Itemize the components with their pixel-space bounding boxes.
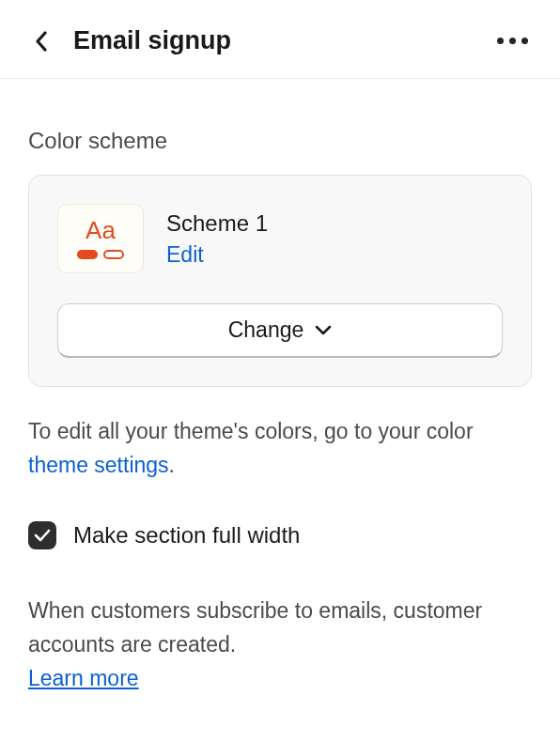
full-width-checkbox-row: Make section full width (28, 521, 532, 549)
scheme-info: Scheme 1 Edit (166, 210, 268, 268)
scheme-preview-swatch: Aa (57, 204, 144, 273)
scheme-row: Aa Scheme 1 Edit (57, 204, 503, 273)
change-scheme-button[interactable]: Change (57, 303, 503, 358)
page-title: Email signup (73, 26, 231, 55)
pill-outline-icon (103, 250, 124, 259)
edit-scheme-link[interactable]: Edit (166, 242, 268, 268)
scheme-name: Scheme 1 (166, 210, 268, 237)
color-scheme-label: Color scheme (28, 128, 532, 154)
help-suffix: . (169, 453, 175, 477)
learn-more-link[interactable]: Learn more (28, 666, 139, 690)
subscribe-info-text: When customers subscribe to emails, cust… (28, 595, 532, 695)
color-scheme-card: Aa Scheme 1 Edit Change (28, 175, 532, 387)
help-prefix: To edit all your theme's colors, go to y… (28, 419, 474, 443)
full-width-checkbox[interactable] (28, 521, 56, 549)
more-dots-icon (497, 38, 504, 44)
subscribe-info-body: When customers subscribe to emails, cust… (28, 598, 482, 657)
panel-content: Color scheme Aa Scheme 1 Edit Change To … (0, 79, 560, 723)
more-menu-button[interactable] (493, 34, 532, 48)
chevron-down-icon (315, 325, 332, 336)
scheme-preview-text: Aa (86, 218, 116, 242)
full-width-checkbox-label: Make section full width (73, 522, 300, 549)
pill-filled-icon (77, 250, 98, 259)
theme-settings-help-text: To edit all your theme's colors, go to y… (28, 415, 532, 482)
checkmark-icon (34, 529, 51, 542)
scheme-preview-pills (77, 250, 124, 259)
theme-settings-link[interactable]: theme settings (28, 453, 169, 477)
back-button[interactable] (28, 28, 54, 54)
chevron-left-icon (35, 31, 48, 52)
panel-header: Email signup (0, 0, 560, 79)
change-button-label: Change (228, 317, 304, 343)
header-left-group: Email signup (28, 26, 231, 55)
